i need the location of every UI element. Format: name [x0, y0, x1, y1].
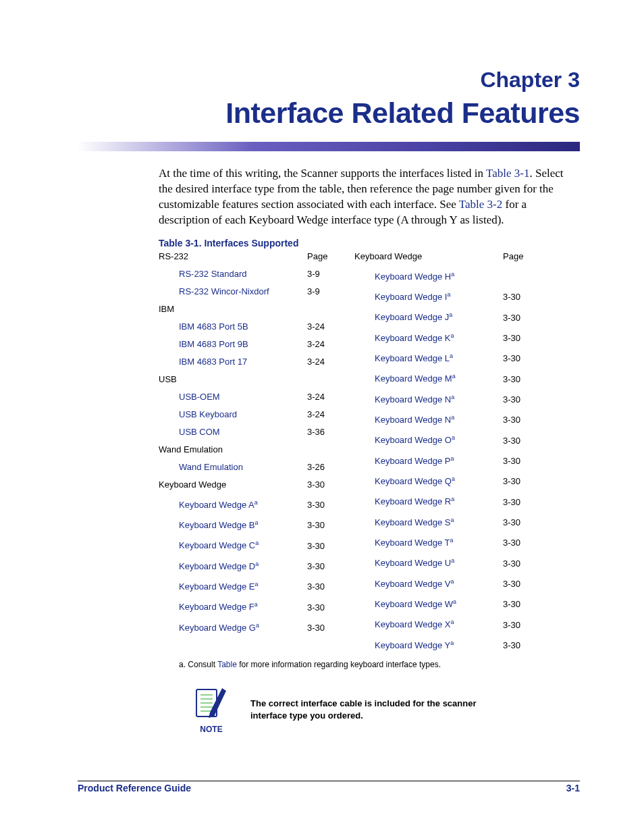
- interface-link[interactable]: Keyboard Wedge Va: [354, 573, 454, 593]
- interface-link[interactable]: Keyboard Wedge Ea: [159, 575, 259, 596]
- interface-link[interactable]: Keyboard Wedge Ra: [354, 490, 454, 511]
- page-ref[interactable]: 3-30: [307, 558, 334, 575]
- page-ref[interactable]: 3-30: [503, 473, 530, 490]
- interface-link[interactable]: Keyboard Wedge Ja: [354, 306, 452, 326]
- page-ref[interactable]: 3-30: [307, 476, 334, 494]
- footnote-prefix: a. Consult: [179, 660, 217, 669]
- interface-link[interactable]: Keyboard Wedge Ba: [159, 514, 259, 534]
- interface-link[interactable]: Keyboard Wedge Pa: [354, 450, 454, 470]
- interface-link[interactable]: RS-232 Wincor-Nixdorf: [159, 283, 269, 301]
- interface-link[interactable]: Keyboard Wedge Ka: [354, 327, 454, 347]
- page-ref[interactable]: 3-24: [307, 406, 334, 423]
- page-ref[interactable]: 3-30: [307, 619, 334, 637]
- page-ref[interactable]: 3-30: [503, 494, 530, 511]
- page-ref[interactable]: 3-9: [307, 265, 334, 283]
- interface-link[interactable]: USB COM: [159, 423, 220, 441]
- table-3-1-ref[interactable]: Table 3-1: [486, 167, 529, 180]
- page-ref[interactable]: 3-30: [503, 575, 530, 593]
- interface-link[interactable]: RS-232 Standard: [159, 265, 246, 283]
- table-3-2-ref[interactable]: Table 3-2: [459, 198, 502, 211]
- interface-link[interactable]: IBM 4683 Port 5B: [159, 318, 248, 336]
- interface-link[interactable]: Keyboard Wedge Ya: [354, 634, 454, 654]
- interface-link[interactable]: Keyboard Wedge Fa: [159, 596, 258, 616]
- page-ref[interactable]: 3-30: [503, 411, 530, 429]
- interface-link[interactable]: Keyboard Wedge Ha: [354, 265, 454, 286]
- group-label: Wand Emulation: [159, 441, 223, 459]
- interface-link[interactable]: Keyboard Wedge Ia: [354, 286, 450, 306]
- interface-link[interactable]: USB-OEM: [159, 388, 220, 406]
- page-ref[interactable]: 3-30: [503, 371, 530, 388]
- note-text: The correct interface cable is included …: [250, 698, 493, 721]
- interface-link[interactable]: Keyboard Wedge Ma: [354, 367, 456, 388]
- page-ref[interactable]: 3-26: [307, 459, 334, 476]
- interface-link[interactable]: Keyboard Wedge Sa: [354, 511, 454, 531]
- table-row: Keyboard Wedge Ra3-30: [354, 490, 530, 511]
- interface-link[interactable]: Keyboard Wedge Aa: [159, 494, 258, 514]
- interface-link[interactable]: Keyboard Wedge Ga: [159, 617, 259, 637]
- page-ref[interactable]: 3-30: [307, 517, 334, 534]
- table-row: RS-232 Standard3-9: [159, 265, 334, 283]
- table-row: USB COM3-36: [159, 423, 334, 441]
- interface-link[interactable]: Wand Emulation: [159, 459, 243, 476]
- page-ref[interactable]: 3-30: [503, 617, 530, 634]
- interface-link[interactable]: IBM 4683 Port 17: [159, 353, 247, 371]
- page-ref[interactable]: 3-30: [503, 350, 530, 367]
- footer-left: Product Reference Guide: [78, 783, 191, 793]
- page-ref[interactable]: 3-30: [307, 496, 334, 514]
- interface-link[interactable]: Keyboard Wedge Xa: [354, 613, 454, 633]
- page-ref[interactable]: 3-24: [307, 353, 334, 371]
- page-ref[interactable]: 3-30: [307, 578, 334, 596]
- page-ref[interactable]: 3-30: [307, 538, 334, 555]
- footnote-ref: a: [451, 271, 454, 278]
- interface-link[interactable]: Keyboard Wedge Qa: [354, 470, 455, 490]
- page-ref[interactable]: 3-30: [503, 330, 530, 347]
- interface-link[interactable]: Keyboard Wedge La: [354, 347, 453, 367]
- page-ref[interactable]: 3-30: [503, 596, 530, 613]
- table-row: Keyboard Wedge Oa3-30: [354, 429, 530, 449]
- table-row: IBM 4683 Port 173-24: [159, 353, 334, 371]
- interface-link[interactable]: Keyboard Wedge Ca: [159, 534, 259, 554]
- interface-link[interactable]: Keyboard Wedge Wa: [354, 593, 456, 613]
- page-ref[interactable]: 3-30: [503, 309, 530, 327]
- interface-link[interactable]: Keyboard Wedge Ua: [354, 552, 454, 572]
- interface-link[interactable]: Keyboard Wedge Oa: [354, 429, 455, 449]
- chapter-number: Chapter 3: [78, 68, 580, 93]
- table-row: USB-OEM3-24: [159, 388, 334, 406]
- footnote-link[interactable]: Table: [217, 660, 237, 669]
- interface-link[interactable]: Keyboard Wedge Na: [354, 409, 454, 429]
- page-ref[interactable]: 3-24: [307, 388, 334, 406]
- footnote-ref: a: [450, 353, 453, 359]
- page-ref[interactable]: 3-24: [307, 318, 334, 336]
- interface-link[interactable]: USB Keyboard: [159, 406, 237, 423]
- footnote-ref: a: [255, 519, 259, 526]
- table-row: Keyboard Wedge Ja3-30: [354, 306, 530, 326]
- interface-link[interactable]: IBM 4683 Port 9B: [159, 336, 248, 353]
- page-ref[interactable]: 3-30: [503, 637, 530, 654]
- table-row: Keyboard Wedge Qa3-30: [354, 470, 530, 490]
- page-ref[interactable]: 3-9: [307, 283, 334, 301]
- page-ref[interactable]: 3-30: [503, 432, 530, 450]
- page-ref[interactable]: 3-30: [503, 514, 530, 531]
- table-row: Keyboard Wedge Ka3-30: [354, 327, 530, 347]
- col-head-right: Page: [503, 251, 530, 261]
- footnote-ref: a: [255, 540, 259, 546]
- interface-link[interactable]: Keyboard Wedge Ta: [354, 531, 454, 552]
- footnote-ref: a: [451, 332, 454, 339]
- page-ref[interactable]: 3-36: [307, 423, 334, 441]
- page-ref[interactable]: 3-30: [503, 391, 530, 409]
- footnote-ref: a: [451, 578, 454, 585]
- header-gradient-rule: [78, 142, 580, 151]
- page-ref[interactable]: 3-30: [503, 534, 530, 552]
- col-head-left: Keyboard Wedge: [354, 251, 422, 261]
- footnote-ref: a: [449, 311, 452, 318]
- footnote-ref: a: [450, 537, 454, 544]
- table-row: Keyboard Wedge Ya3-30: [354, 634, 530, 654]
- page-ref[interactable]: 3-30: [503, 555, 530, 573]
- page-ref[interactable]: 3-24: [307, 336, 334, 353]
- page-ref[interactable]: 3-30: [503, 452, 530, 470]
- group-label: USB: [159, 371, 177, 388]
- interface-link[interactable]: Keyboard Wedge Na: [354, 388, 454, 409]
- page-ref[interactable]: 3-30: [503, 288, 530, 306]
- interface-link[interactable]: Keyboard Wedge Da: [159, 555, 259, 575]
- page-ref[interactable]: 3-30: [307, 599, 334, 617]
